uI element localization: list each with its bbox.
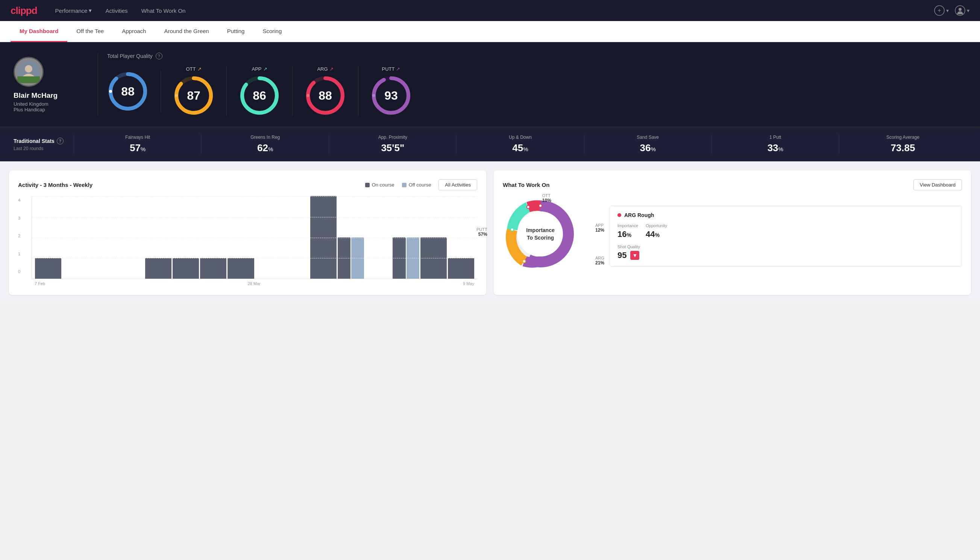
what-to-work-on-card: What To Work On View Dashboard OTT 10% A…	[494, 170, 971, 295]
tab-my-dashboard[interactable]: My Dashboard	[10, 21, 67, 42]
wtwon-title: What To Work On	[503, 182, 549, 188]
info-importance: Importance 16%	[617, 223, 638, 239]
chart-card-header: Activity - 3 Months - Weekly On course O…	[18, 179, 477, 190]
nav-activities[interactable]: Activities	[105, 7, 128, 14]
nav-links: Performance ▾ Activities What To Work On	[55, 7, 934, 14]
bar-on-6	[173, 258, 199, 279]
info-card: ARG Rough Importance 16% Opportunity	[610, 206, 962, 267]
player-country: United Kingdom	[13, 101, 48, 107]
stats-label: Traditional Stats ?	[13, 138, 74, 144]
app-arrow-icon: ↗	[263, 66, 267, 72]
info-opportunity: Opportunity 44%	[646, 223, 667, 239]
gauge-total-value: 88	[121, 84, 135, 98]
cards-row: Activity - 3 Months - Weekly On course O…	[0, 161, 980, 304]
info-metrics: Importance 16% Opportunity 44%	[617, 223, 954, 239]
gauge-total: 88	[107, 71, 161, 112]
user-chevron-icon: ▾	[967, 8, 970, 13]
chevron-down-icon: ▾	[89, 7, 92, 14]
top-navigation: clippd Performance ▾ Activities What To …	[0, 0, 980, 21]
y-axis: 4 3 2 1 0	[18, 196, 20, 275]
gridline-4	[32, 196, 477, 197]
svg-point-30	[527, 206, 530, 209]
wtwon-card-header: What To Work On View Dashboard	[503, 179, 962, 190]
sq-value: 95	[617, 250, 627, 260]
gridline-2	[32, 238, 477, 238]
user-menu-button[interactable]: ▾	[955, 5, 970, 16]
tab-around-the-green[interactable]: Around the Green	[155, 21, 218, 42]
divider	[98, 53, 98, 116]
chart-area	[32, 196, 477, 279]
svg-point-29	[511, 228, 514, 231]
legend-off-course: Off course	[402, 182, 431, 188]
gauge-putt-label: PUTT ↗	[382, 66, 401, 72]
nav-performance[interactable]: Performance ▾	[55, 7, 92, 14]
ring-total: 88	[107, 71, 148, 112]
off-course-dot	[402, 183, 406, 187]
chart-legend: On course Off course	[365, 182, 431, 188]
gauge-ott: OTT ↗ 87	[161, 66, 227, 116]
gridline-1	[32, 258, 477, 258]
gridline-3	[32, 217, 477, 217]
sq-row: 95 ▼	[617, 250, 954, 260]
on-course-dot	[365, 183, 369, 187]
donut-label-ott: OTT 10%	[542, 193, 551, 203]
info-card-title: ARG Rough	[617, 212, 954, 218]
activity-chart-card: Activity - 3 Months - Weekly On course O…	[9, 170, 486, 295]
gauge-putt-value: 93	[384, 89, 398, 103]
svg-point-18	[306, 94, 309, 97]
stat-fairways-hit: Fairways Hit 57%	[74, 135, 201, 154]
all-activities-button[interactable]: All Activities	[438, 179, 477, 190]
bar-group-7	[200, 258, 226, 279]
bar-group-1	[35, 258, 61, 279]
view-dashboard-button[interactable]: View Dashboard	[913, 179, 962, 190]
stat-sand-save: Sand Save 36%	[584, 135, 712, 154]
gauge-app-value: 86	[253, 89, 266, 103]
quality-section: Total Player Quality ? 88	[107, 53, 967, 116]
tab-bar: My Dashboard Off the Tee Approach Around…	[0, 21, 980, 42]
ring-ott: 87	[173, 75, 215, 116]
arg-arrow-icon: ↗	[329, 66, 334, 72]
nav-what-to-work-on[interactable]: What To Work On	[141, 7, 186, 14]
putt-arrow-icon: ↗	[396, 66, 400, 72]
stat-1-putt: 1 Putt 33%	[712, 135, 839, 154]
tab-putting[interactable]: Putting	[218, 21, 254, 42]
gauge-arg-label: ARG ↗	[317, 66, 333, 72]
stat-scoring-average: Scoring Average 73.85	[839, 135, 967, 154]
gauge-app: APP ↗ 86	[227, 66, 293, 116]
svg-point-3	[958, 8, 962, 11]
player-name: Blair McHarg	[13, 92, 58, 100]
bar-group-6	[173, 258, 199, 279]
stats-help-icon[interactable]: ?	[57, 138, 63, 144]
player-handicap: Plus Handicap	[13, 107, 45, 112]
tab-approach[interactable]: Approach	[113, 21, 155, 42]
ring-putt: 93	[370, 75, 412, 116]
gauge-ott-label: OTT ↗	[186, 66, 201, 72]
ott-arrow-icon: ↗	[198, 66, 201, 72]
donut-area: OTT 10% APP 12% ARG 21% PUTT 57%	[503, 196, 962, 273]
donut-wrapper: OTT 10% APP 12% ARG 21% PUTT 57%	[503, 196, 578, 273]
stat-up-and-down: Up & Down 45%	[456, 135, 584, 154]
bar-on-16	[448, 258, 474, 279]
gauges: 88 OTT ↗ 87	[107, 66, 967, 116]
info-card-area: ARG Rough Importance 16% Opportunity	[610, 203, 962, 267]
gauge-arg-value: 88	[318, 89, 332, 103]
donut-label-putt: PUTT 57%	[476, 227, 488, 237]
bar-on-1	[35, 258, 61, 279]
add-button[interactable]: + ▾	[934, 5, 949, 16]
bar-group-5	[145, 258, 171, 279]
tab-off-the-tee[interactable]: Off the Tee	[67, 21, 113, 42]
svg-point-12	[175, 94, 178, 97]
bar-group-8	[228, 258, 254, 279]
ring-app: 86	[239, 75, 280, 116]
donut-label-arg: ARG 21%	[595, 256, 604, 265]
svg-point-15	[241, 94, 244, 97]
gauge-ott-value: 87	[187, 89, 200, 103]
app-logo[interactable]: clippd	[10, 5, 37, 17]
svg-point-28	[523, 260, 526, 263]
stats-label-section: Traditional Stats ? Last 20 rounds	[13, 138, 74, 151]
tab-scoring[interactable]: Scoring	[253, 21, 291, 42]
gauge-arg: ARG ↗ 88	[293, 66, 358, 116]
help-icon[interactable]: ?	[156, 53, 163, 59]
stat-app-proximity: App. Proximity 35'5"	[329, 135, 456, 154]
chart-wrapper: 4 3 2 1 0	[18, 196, 477, 286]
